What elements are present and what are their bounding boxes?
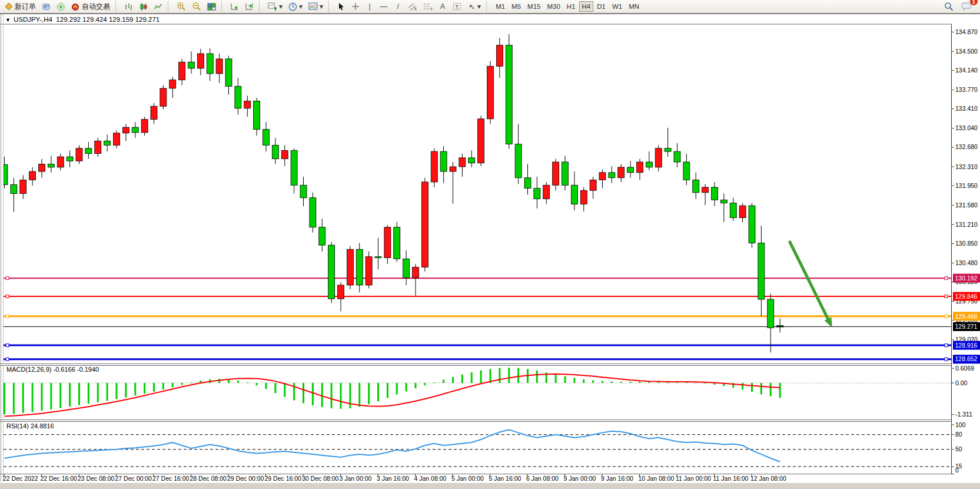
timeframe-M30[interactable]: M30: [544, 1, 563, 12]
shapes-icon: [467, 2, 476, 11]
price-tick-label: 133.410: [955, 105, 978, 112]
macd-signal-line: [5, 374, 780, 417]
auto-trading-label: 自动交易: [82, 2, 110, 12]
template-icon: [308, 2, 318, 11]
time-tick-label: 9 Jan 00:00: [564, 475, 596, 482]
text-tool-button[interactable]: A: [436, 1, 449, 12]
shapes-tool-button[interactable]: ▾: [465, 1, 483, 12]
time-tick-label: 4 Jan 08:00: [414, 475, 447, 482]
trading-terminal: 新订单 自动交易: [0, 0, 980, 489]
price-tick-label: 130.850: [955, 240, 978, 247]
rsi-indicator-label: RSI(14) 24.8816: [6, 422, 54, 429]
tile-windows-button[interactable]: [205, 1, 218, 12]
new-order-button[interactable]: 新订单: [2, 1, 38, 12]
timeframe-M15[interactable]: M15: [524, 1, 543, 12]
chart-shift-button[interactable]: [242, 1, 256, 12]
timeframe-M5[interactable]: M5: [509, 1, 524, 12]
crosshair-tool-button[interactable]: [349, 1, 362, 12]
label-tool-button[interactable]: T: [450, 1, 464, 12]
price-tick-label: 130.480: [955, 259, 978, 266]
toolbar-separator: [328, 1, 332, 12]
price-tick-label: 131.210: [955, 221, 978, 228]
rsi-axis-label: 80: [955, 431, 962, 438]
bar-chart-mode-button[interactable]: [122, 1, 135, 12]
toolbar-separator: [115, 1, 119, 12]
vertical-line-icon: |: [369, 2, 371, 11]
horizontal-line-tool-button[interactable]: —: [377, 1, 390, 12]
line-chart-mode-button[interactable]: [151, 1, 165, 12]
macd-axis-label: 0.00: [955, 379, 968, 386]
svg-text:129.271: 129.271: [955, 323, 978, 330]
price-tick-label: 134.870: [955, 28, 978, 35]
time-tick-label: 9 Jan 16:00: [601, 475, 633, 482]
timeframe-M1[interactable]: M1: [493, 1, 508, 12]
svg-text:E: E: [414, 7, 417, 11]
chart-plot[interactable]: 134.870134.500134.140133.770133.410133.0…: [0, 0, 980, 489]
time-tick-label: 6 Jan 08:00: [526, 475, 559, 482]
time-tick-label: 5 Jan 16:00: [489, 475, 521, 482]
annotation-arrow[interactable]: [789, 241, 829, 321]
price-tick-label: 134.140: [955, 67, 978, 74]
auto-scroll-button[interactable]: [228, 1, 241, 12]
timeframe-H1[interactable]: H1: [564, 1, 579, 12]
templates-button[interactable]: ▾: [306, 1, 325, 12]
timeframe-D1[interactable]: D1: [594, 1, 609, 12]
toolbar: 新订单 自动交易: [0, 0, 980, 14]
rsi-axis-label: 50: [955, 445, 962, 452]
auto-trading-button[interactable]: 自动交易: [69, 1, 112, 12]
zoom-out-button[interactable]: [190, 1, 204, 12]
svg-text:128.916: 128.916: [955, 342, 978, 349]
fibonacci-tool-button[interactable]: F: [421, 1, 435, 12]
trendline-icon: /: [397, 2, 398, 11]
annotation-arrow-head: [825, 317, 832, 328]
vertical-line-tool-button[interactable]: |: [363, 1, 376, 12]
timeframe-MN[interactable]: MN: [626, 1, 642, 12]
channel-tool-button[interactable]: E: [406, 1, 420, 12]
cursor-icon: [337, 2, 346, 11]
timeframe-W1[interactable]: W1: [609, 1, 625, 12]
equidistant-channel-icon: E: [408, 2, 417, 11]
time-tick-label: 23 Dec 08:00: [78, 475, 115, 482]
time-tick-label: 12 Jan 08:00: [750, 475, 786, 482]
toolbar-right-group: 1: [942, 1, 978, 12]
time-tick-label: 27 Dec 16:00: [152, 475, 190, 482]
clock-icon: [288, 2, 297, 11]
chevron-down-icon[interactable]: ▼: [5, 17, 11, 23]
search-icon: [944, 2, 954, 11]
svg-text:F: F: [431, 7, 433, 11]
zoom-in-button[interactable]: [174, 1, 188, 12]
time-tick-label: 11 Jan 16:00: [713, 475, 749, 482]
fibonacci-icon: F: [423, 2, 433, 11]
toolbar-separator: [259, 1, 263, 12]
dropdown-caret-icon: ▾: [477, 2, 481, 11]
price-tick-label: 131.580: [955, 201, 978, 209]
toolbar-separator: [221, 1, 225, 12]
time-tick-label: 22 Dec 2022: [3, 475, 38, 482]
time-tick-label: 28 Dec 08:00: [190, 475, 227, 482]
zoom-out-icon: [192, 2, 201, 11]
chart-title-row: ▼USDJPY-,H4 129.292 129.424 129.159 129.…: [5, 16, 160, 23]
chart-shift-icon: [245, 2, 254, 11]
crosshair-icon: [351, 2, 360, 11]
bar-chart-icon: [124, 2, 133, 11]
trendline-tool-button[interactable]: /: [391, 1, 404, 12]
line-chart-icon: [154, 2, 162, 11]
signal-button[interactable]: [54, 1, 68, 12]
price-tick-label: 134.500: [955, 48, 978, 55]
periods-button[interactable]: ▾: [286, 1, 305, 12]
account-icon: [42, 2, 51, 11]
svg-text:129.846: 129.846: [955, 293, 978, 300]
search-button[interactable]: [942, 1, 956, 12]
candlestick-mode-button[interactable]: [137, 1, 150, 12]
time-tick-label: 29 Dec 00:00: [227, 475, 264, 482]
time-tick-label: 3 Jan 00:00: [340, 475, 372, 482]
chart-symbol: USDJPY-,H4: [14, 16, 52, 23]
add-indicator-button[interactable]: ▾: [265, 1, 285, 12]
auto-scroll-icon: [230, 2, 239, 11]
time-tick-label: 11 Jan 00:00: [676, 475, 711, 482]
svg-text:T: T: [456, 4, 459, 10]
accounts-button[interactable]: [39, 1, 53, 12]
timeframe-H4[interactable]: H4: [579, 1, 594, 12]
auto-trading-icon: [71, 2, 80, 11]
cursor-tool-button[interactable]: [335, 1, 348, 12]
